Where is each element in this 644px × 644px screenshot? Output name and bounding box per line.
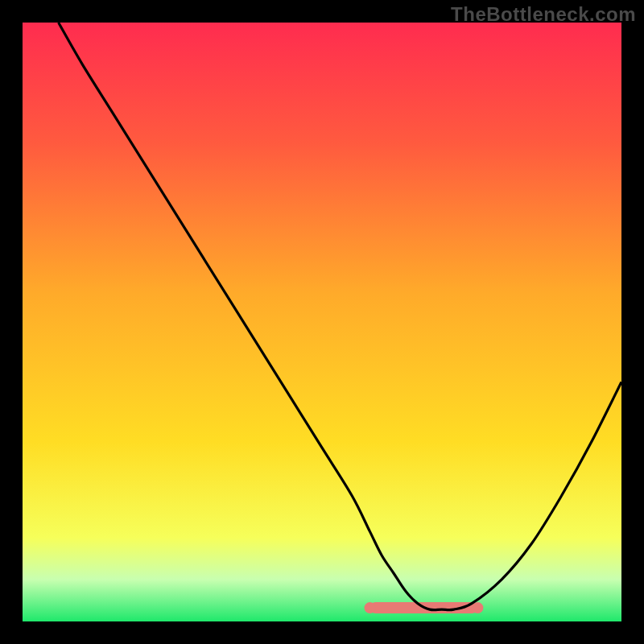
bottleneck-curve-svg	[23, 23, 621, 621]
plot-area	[23, 23, 621, 621]
optimal-range-dot-right	[472, 602, 483, 613]
chart-frame: TheBottleneck.com	[0, 0, 644, 644]
optimal-range-dot-left	[365, 602, 376, 613]
